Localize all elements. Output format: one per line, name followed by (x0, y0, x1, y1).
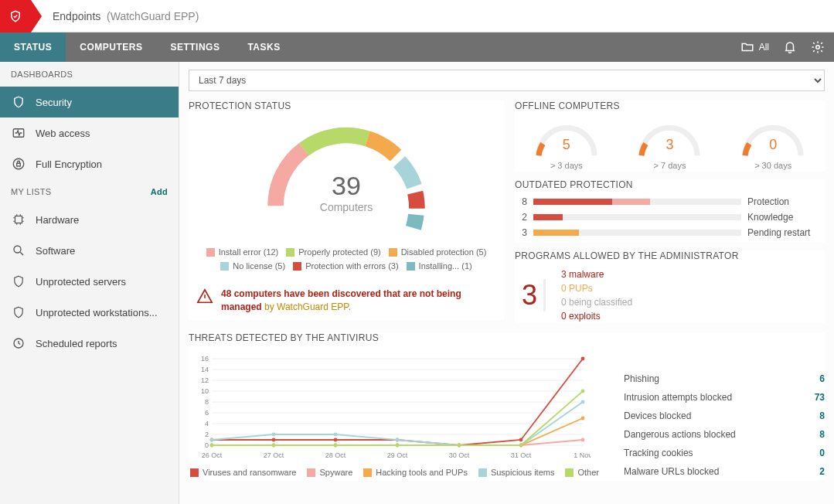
add-list-button[interactable]: Add (151, 187, 168, 196)
panel-title: THREATS DETECTED BY THE ANTIVIRUS (189, 332, 825, 343)
stat-row[interactable]: Dangerous actions blocked8 (624, 425, 825, 444)
sidebar-item-encryption[interactable]: Full Encryption (0, 148, 179, 179)
lock-icon (11, 156, 26, 172)
legend-item[interactable]: Viruses and ransomware (190, 468, 296, 477)
sidebar-item-label: Hardware (36, 214, 79, 226)
svg-text:16: 16 (201, 355, 209, 363)
stat-row[interactable]: Intrusion attempts blocked73 (624, 388, 825, 407)
stat-row[interactable]: Tracking cookies0 (624, 444, 825, 462)
offline-arc[interactable]: 3> 7 days (627, 121, 712, 170)
legend-item[interactable]: Suspicious items (478, 468, 555, 477)
threats-line-chart[interactable]: 024681012141626 Oct27 Oct28 Oct29 Oct30 … (189, 354, 591, 462)
svg-rect-4 (15, 216, 22, 223)
sidebar-item-label: Full Encryption (36, 158, 102, 170)
search-icon (11, 243, 26, 258)
protection-gauge[interactable]: 39 Computers (254, 117, 439, 241)
allowed-item[interactable]: 0 PUPs (561, 281, 632, 295)
svg-text:4: 4 (205, 420, 209, 427)
sidebar-dashboards-header: DASHBOARDS (0, 62, 179, 87)
allowed-item[interactable]: 3 malware (561, 267, 632, 281)
brand-logo (0, 0, 31, 32)
svg-point-66 (581, 390, 585, 393)
stat-row[interactable]: Phishing6 (624, 369, 825, 388)
nav-computers[interactable]: COMPUTERS (66, 32, 156, 62)
sidebar-mylists-header: MY LISTS Add (0, 179, 179, 204)
svg-text:30 Oct: 30 Oct (449, 451, 470, 459)
stat-row[interactable]: Devices blocked8 (624, 407, 825, 425)
protection-legend: Install error (12)Properly protected (9)… (189, 247, 504, 271)
legend-item[interactable]: Protection with errors (3) (293, 261, 398, 271)
allowed-list: 3 malware0 PUPs0 being classified0 explo… (561, 267, 632, 323)
svg-text:6: 6 (205, 409, 209, 417)
sidebar-item-unprotected-servers[interactable]: Unprotected servers (0, 266, 179, 297)
svg-rect-3 (17, 163, 21, 166)
legend-item[interactable]: Properly protected (9) (286, 247, 380, 257)
outdated-row[interactable]: 2Knowledge (515, 212, 825, 223)
panel-title: OUTDATED PROTECTION (515, 179, 825, 190)
svg-point-45 (581, 438, 585, 442)
svg-point-59 (581, 400, 585, 404)
sidebar-item-hardware[interactable]: Hardware (0, 204, 179, 235)
sidebar-item-unprotected-workstations[interactable]: Unprotected workstations... (0, 297, 179, 328)
svg-point-62 (334, 444, 338, 448)
chip-icon (11, 212, 26, 227)
svg-text:12: 12 (201, 376, 209, 384)
sidebar-item-software[interactable]: Software (0, 235, 179, 266)
panel-allowed: PROGRAMS ALLOWED BY THE ADMINISTRATOR 3 … (515, 250, 825, 323)
svg-text:8: 8 (205, 398, 209, 406)
legend-item[interactable]: Spyware (307, 468, 352, 477)
sidebar-item-security[interactable]: Security (0, 87, 179, 117)
allowed-total: 3 (515, 279, 546, 312)
pulse-icon (11, 125, 26, 141)
svg-text:27 Oct: 27 Oct (264, 451, 284, 459)
bell-icon[interactable] (783, 40, 797, 54)
allowed-item[interactable]: 0 exploits (561, 309, 632, 323)
panel-title: OFFLINE COMPUTERS (515, 100, 825, 111)
date-range-select[interactable]: Last 7 days (189, 70, 825, 91)
stat-row[interactable]: Malware URLs blocked2 (624, 462, 825, 481)
nav-settings[interactable]: SETTINGS (156, 32, 233, 62)
threats-legend: Viruses and ransomwareSpywareHacking too… (189, 468, 601, 477)
warning-text[interactable]: 48 computers have been discovered that a… (221, 288, 496, 314)
legend-item[interactable]: Install error (12) (206, 247, 279, 257)
main-nav: STATUS COMPUTERS SETTINGS TASKS All (0, 32, 834, 62)
legend-item[interactable]: Hacking tools and PUPs (363, 468, 468, 477)
panel-protection-status: PROTECTION STATUS (189, 100, 504, 320)
panel-threats: THREATS DETECTED BY THE ANTIVIRUS 024681… (189, 332, 825, 481)
legend-item[interactable]: No license (5) (220, 261, 285, 271)
gauge-label: Computers (320, 201, 373, 213)
gear-icon[interactable] (811, 40, 825, 54)
svg-point-33 (272, 438, 276, 442)
sidebar-item-label: Security (36, 97, 72, 108)
legend-item[interactable]: Other (565, 468, 599, 477)
brand-title: Endpoints (WatchGuard EPP) (53, 10, 199, 22)
allowed-item[interactable]: 0 being classified (561, 295, 632, 309)
svg-point-38 (581, 357, 585, 361)
content: Last 7 days PROTECTION STATUS (179, 62, 834, 504)
gauge-total: 39 (320, 171, 373, 201)
legend-item[interactable]: Installing... (1) (407, 261, 472, 271)
panel-title: PROTECTION STATUS (189, 100, 504, 111)
sidebar-item-label: Unprotected servers (36, 276, 126, 288)
sidebar-item-webaccess[interactable]: Web access (0, 117, 179, 148)
outdated-row[interactable]: 8Protection (515, 196, 825, 207)
svg-text:29 Oct: 29 Oct (387, 451, 408, 459)
nav-status[interactable]: STATUS (0, 32, 66, 62)
svg-point-54 (272, 433, 276, 437)
offline-arc[interactable]: 5> 3 days (524, 121, 609, 170)
filter-all-button[interactable]: All (740, 40, 769, 54)
svg-text:28 Oct: 28 Oct (325, 451, 346, 459)
svg-point-2 (13, 158, 24, 169)
offline-arc[interactable]: 0> 30 days (730, 121, 815, 170)
outdated-row[interactable]: 3Pending restart (515, 227, 825, 238)
svg-point-34 (334, 438, 338, 442)
sidebar-item-scheduled-reports[interactable]: Scheduled reports (0, 328, 179, 359)
panel-offline: OFFLINE COMPUTERS 5> 3 days3> 7 days0> 3… (515, 100, 825, 172)
sidebar-item-label: Software (36, 245, 75, 257)
svg-point-53 (210, 438, 214, 442)
svg-point-37 (519, 438, 523, 442)
svg-point-52 (581, 417, 585, 421)
nav-tasks[interactable]: TASKS (233, 32, 294, 62)
warning-icon (196, 288, 213, 305)
legend-item[interactable]: Disabled protection (5) (389, 247, 487, 257)
